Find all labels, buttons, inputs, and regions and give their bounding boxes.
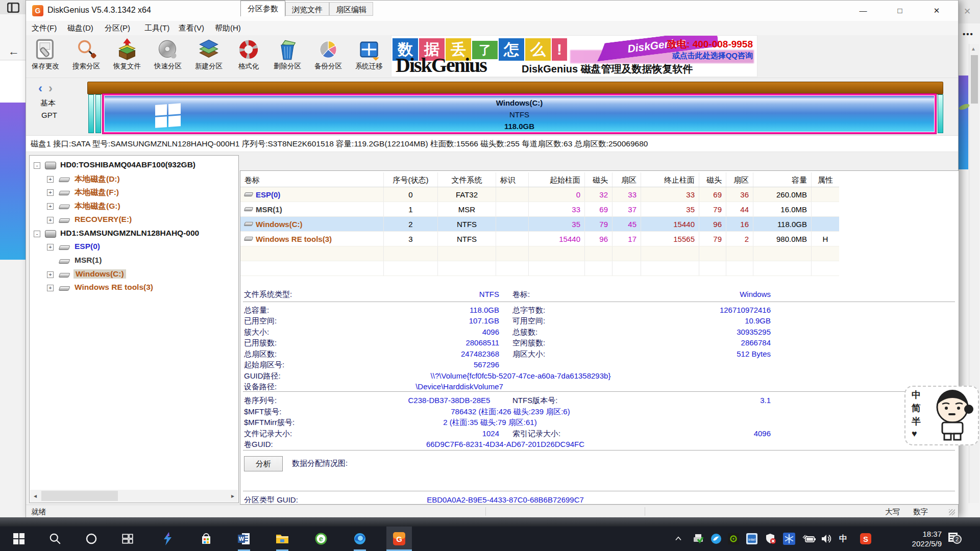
background-close-icon[interactable]: ✕ (964, 6, 971, 17)
microsoft-store-icon[interactable] (198, 531, 214, 547)
tray-security-shield-icon[interactable] (763, 531, 779, 547)
toolbar-button-backup-partition[interactable]: 备份分区 (311, 37, 345, 76)
tree-item-windows-c[interactable]: + Windows(C:) (30, 268, 238, 282)
more-menu-icon[interactable]: ••• (963, 30, 974, 38)
task-view-icon[interactable] (119, 531, 136, 547)
scrollbar-thumb[interactable] (41, 491, 118, 501)
resize-grip[interactable] (949, 509, 955, 515)
tray-snowflake-icon[interactable] (781, 531, 797, 547)
partition-re-sliver[interactable] (938, 94, 943, 133)
maximize-button[interactable]: □ (887, 1, 913, 21)
menu-help[interactable]: 帮助(H) (213, 22, 243, 34)
word-icon[interactable]: W (236, 531, 252, 547)
col-header[interactable]: 卷标 (240, 172, 384, 187)
tray-battery-icon[interactable] (801, 531, 817, 547)
table-row-windows-re[interactable]: Windows RE tools(3) 3 NTFS 15440 96 17 1… (240, 232, 839, 246)
col-header[interactable]: 标识 (496, 172, 529, 187)
disk-strip[interactable] (87, 82, 943, 94)
tree-item-hd1[interactable]: - HD1:SAMSUNGMZNLN128HAHQ-000 (30, 228, 238, 241)
table-row-esp[interactable]: ESP(0) 0 FAT32 0 32 33 33 69 36 260.0MB (240, 187, 839, 202)
tree-item-local-d[interactable]: + 本地磁盘(D:) (30, 173, 238, 186)
tray-chevron-icon[interactable] (670, 531, 687, 547)
col-header[interactable]: 序号(状态) (384, 172, 438, 187)
toolbar-button-search-partition[interactable]: 搜索分区 (69, 37, 103, 76)
tree-expander[interactable]: - (34, 231, 40, 237)
partition-msr-sliver[interactable] (95, 94, 101, 133)
menu-tools[interactable]: 工具(T) (142, 22, 172, 34)
col-header[interactable]: 磁头 (585, 172, 612, 187)
tab-partition-params[interactable]: 分区参数 (240, 1, 285, 16)
launcher-app-icon[interactable] (159, 531, 176, 547)
tree-horizontal-scrollbar[interactable]: ◂ ▸ (30, 490, 238, 502)
menu-view[interactable]: 查看(V) (177, 22, 206, 34)
tree-expander[interactable]: + (47, 176, 54, 183)
ad-banner[interactable]: 数 据 丢 了 怎 么 ! DiskGenius DiskGenius 致电: … (391, 35, 757, 77)
toolbar-button-delete-partition[interactable]: 删除分区 (271, 37, 304, 76)
start-button[interactable] (11, 531, 27, 547)
scroll-up-icon[interactable]: ▲ (971, 46, 976, 52)
tree-expander[interactable]: + (47, 203, 54, 210)
table-row-msr[interactable]: MSR(1) 1 MSR 33 69 37 35 79 44 16.0MB (240, 202, 839, 217)
scrollbar-thumb[interactable] (971, 55, 978, 104)
table-row-windows-c-selected[interactable]: Windows(C:) 2 NTFS 35 79 45 15440 96 16 … (240, 217, 839, 232)
tree-item-hd0[interactable]: - HD0:TOSHIBAMQ04ABF100(932GB) (30, 159, 238, 172)
tree-expander[interactable]: - (34, 162, 40, 169)
sticker-widget[interactable]: 中 简 半 ♥ (904, 386, 979, 445)
analyze-button[interactable]: 分析 (244, 456, 283, 471)
tray-sogou-icon[interactable]: S (857, 531, 874, 547)
edge-icon[interactable] (352, 531, 368, 547)
tree-item-local-f[interactable]: + 本地磁盘(F:) (30, 186, 238, 199)
col-header[interactable]: 扇区 (726, 172, 753, 187)
notification-center-icon[interactable]: 2 (948, 533, 961, 544)
tray-volume-icon[interactable] (818, 531, 835, 547)
tree-item-recovery-e[interactable]: + RECOVERY(E:) (30, 214, 238, 227)
col-header[interactable]: 文件系统 (438, 172, 496, 187)
cortana-icon[interactable] (83, 531, 100, 547)
next-disk-icon[interactable]: › (48, 81, 53, 95)
partition-windows-c-bar[interactable]: Windows(C:) NTFS 118.0GB (103, 94, 936, 134)
minimize-button[interactable]: — (850, 1, 876, 21)
close-button[interactable]: ✕ (923, 1, 950, 21)
partition-esp-sliver[interactable] (88, 94, 94, 133)
taskbar-search-icon[interactable] (47, 531, 63, 547)
prev-disk-icon[interactable]: ‹ (38, 81, 42, 95)
tree-expander[interactable]: + (47, 217, 54, 223)
col-header[interactable]: 扇区 (612, 172, 641, 187)
toolbar-button-recover-files[interactable]: 恢复文件 (110, 37, 144, 76)
toolbar-button-system-migration[interactable]: 系统迁移 (352, 37, 386, 76)
tray-ime-indicator[interactable]: 中 (839, 534, 847, 544)
tree-item-local-g[interactable]: + 本地磁盘(G:) (30, 200, 238, 213)
taskbar-clock[interactable]: 18:37 2022/5/9 (886, 529, 942, 548)
scroll-left-icon[interactable]: ◂ (30, 490, 40, 502)
tree-expander[interactable]: + (47, 285, 54, 291)
tree-item-esp[interactable]: + ESP(0) (30, 241, 238, 254)
col-header[interactable]: 属性 (812, 172, 839, 187)
diskgenius-taskbar-icon[interactable]: G (391, 531, 407, 547)
toolbar-button-format[interactable]: 格式化 (232, 37, 265, 76)
tab-browse-files[interactable]: 浏览文件 (285, 2, 329, 16)
tree-item-msr[interactable]: MSR(1) (30, 255, 238, 268)
toolbar-button-quick-partition[interactable]: 快速分区 (151, 37, 185, 76)
tray-bird-icon[interactable] (708, 531, 724, 547)
col-header[interactable]: 磁头 (699, 172, 726, 187)
tree-expander[interactable]: + (47, 271, 54, 278)
tray-nvidia-icon[interactable] (725, 531, 742, 547)
tree-item-windows-re[interactable]: + Windows RE tools(3) (30, 282, 238, 295)
back-arrow-icon[interactable]: ← (8, 45, 19, 58)
menu-partition[interactable]: 分区(P) (103, 22, 132, 34)
tab-sector-edit[interactable]: 扇区编辑 (329, 2, 373, 16)
menu-file[interactable]: 文件(F) (30, 22, 59, 34)
green-browser-icon[interactable]: e (313, 531, 329, 547)
toolbar-button-new-partition[interactable]: 新建分区 (192, 37, 226, 76)
col-header[interactable]: 容量 (753, 172, 812, 187)
scroll-right-icon[interactable]: ▸ (228, 490, 238, 502)
tree-expander[interactable]: + (47, 189, 54, 196)
tray-printer-icon[interactable] (690, 531, 706, 547)
toolbar-button-save-changes[interactable]: 保存更改 (29, 37, 62, 76)
col-header[interactable]: 终止柱面 (641, 172, 699, 187)
tree-expander[interactable]: + (47, 244, 54, 251)
tray-intel-graphics-icon[interactable]: intel (744, 531, 760, 547)
file-explorer-icon[interactable] (274, 531, 290, 547)
menu-disk[interactable]: 磁盘(D) (65, 22, 95, 34)
ad-qq-link[interactable]: 或点击此处选择QQ咨询 (672, 51, 753, 61)
